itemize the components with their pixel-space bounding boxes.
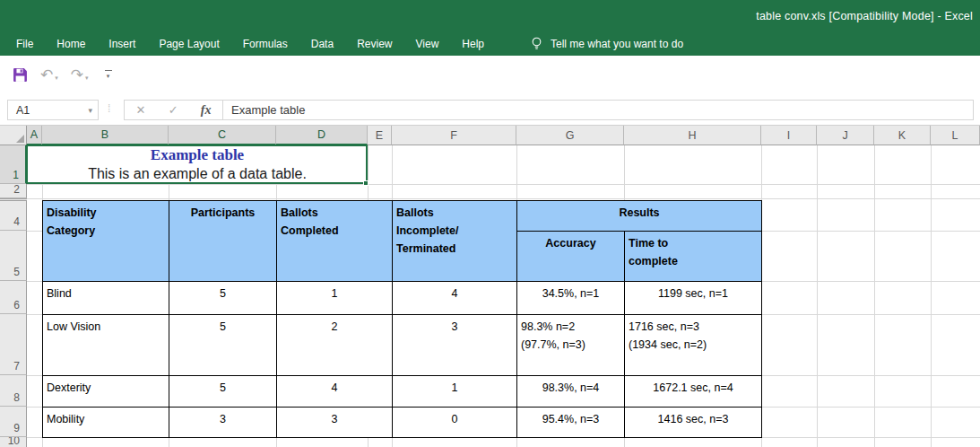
tab-home[interactable]: Home: [56, 38, 85, 50]
gridline: [817, 145, 818, 447]
row-header-10[interactable]: 10: [0, 437, 27, 447]
row-header-7[interactable]: 7: [0, 314, 27, 375]
row-header-6[interactable]: 6: [0, 281, 27, 314]
header-participants[interactable]: Participants: [169, 201, 277, 282]
column-header-d[interactable]: D: [276, 126, 368, 145]
header-ballots-incomplete[interactable]: Ballots Incomplete/ Terminated: [393, 201, 517, 282]
gridline: [27, 184, 980, 185]
column-header-i[interactable]: I: [761, 126, 817, 145]
formula-text: Example table: [231, 103, 305, 117]
tab-file[interactable]: File: [16, 38, 33, 50]
fill-handle[interactable]: [363, 180, 369, 186]
cell-dexterity-accuracy[interactable]: 98.3%, n=4: [517, 376, 625, 408]
tab-page-layout[interactable]: Page Layout: [159, 38, 219, 50]
row-header-5[interactable]: 5: [0, 231, 27, 281]
redo-button[interactable]: ↷ ▾: [67, 66, 92, 84]
cancel-icon[interactable]: ✕: [136, 103, 146, 117]
cell-blind-time[interactable]: 1199 sec, n=1: [625, 282, 762, 315]
column-header-b[interactable]: B: [42, 126, 169, 145]
row-header-2[interactable]: 2: [0, 184, 27, 198]
tab-data[interactable]: Data: [311, 38, 334, 50]
cell-mobility-time[interactable]: 1416 sec, n=3: [625, 408, 762, 438]
column-header-f[interactable]: F: [392, 126, 516, 145]
cell-dexterity-participants[interactable]: 5: [169, 376, 277, 408]
cell-mobility-completed[interactable]: 3: [277, 408, 393, 438]
cell-mobility-category[interactable]: Mobility: [43, 408, 169, 438]
titlebar: table conv.xls [Compatibility Mode] - Ex…: [0, 0, 980, 31]
redo-icon: ↷: [71, 68, 83, 83]
ribbon-tab-bar: File Home Insert Page Layout Formulas Da…: [0, 31, 980, 56]
formula-input[interactable]: Example table: [222, 100, 974, 120]
select-all-button[interactable]: [0, 126, 27, 145]
window-title: table conv.xls [Compatibility Mode] - Ex…: [756, 10, 980, 22]
tab-review[interactable]: Review: [357, 38, 392, 50]
undo-dropdown-icon[interactable]: ▾: [55, 74, 58, 83]
cell-mobility-incomplete[interactable]: 0: [393, 408, 517, 438]
quick-access-toolbar: ↶ ▾ ↷ ▾ ▾: [0, 56, 980, 94]
undo-icon: ↶: [40, 68, 53, 83]
column-header-g[interactable]: G: [516, 126, 624, 145]
column-header-e[interactable]: E: [368, 126, 392, 145]
cell-lowvision-participants[interactable]: 5: [169, 315, 277, 376]
cell-blind-category[interactable]: Blind: [43, 282, 169, 315]
cell-blind-accuracy[interactable]: 34.5%, n=1: [517, 282, 625, 315]
cell-lowvision-completed[interactable]: 2: [277, 315, 393, 376]
header-accuracy[interactable]: Accuracy: [517, 232, 625, 282]
cell-dexterity-incomplete[interactable]: 1: [393, 376, 517, 408]
cell-mobility-accuracy[interactable]: 95.4%, n=3: [517, 408, 625, 438]
column-header-h[interactable]: H: [624, 126, 761, 145]
cell-lowvision-incomplete[interactable]: 3: [393, 315, 517, 376]
tell-me-box[interactable]: Tell me what you want to do: [531, 37, 683, 50]
cell-mobility-participants[interactable]: 3: [169, 408, 277, 438]
name-box-value: A1: [16, 104, 30, 117]
column-header-c[interactable]: C: [169, 126, 276, 145]
redo-dropdown-icon[interactable]: ▾: [85, 74, 89, 83]
name-box[interactable]: A1 ▾: [7, 100, 99, 120]
sheet-subtitle-text: This is an example of a data table.: [88, 164, 307, 183]
row-header-1[interactable]: 1: [0, 145, 27, 184]
enter-icon[interactable]: ✓: [169, 103, 178, 117]
customize-qat-caret-icon: ▾: [107, 72, 110, 81]
save-button[interactable]: [9, 66, 31, 84]
column-header-j[interactable]: J: [817, 126, 874, 145]
cell-lowvision-accuracy[interactable]: 98.3% n=2 (97.7%, n=3): [517, 315, 625, 376]
column-header-a[interactable]: A: [27, 126, 42, 145]
merged-title-cell[interactable]: Example table This is an example of a da…: [27, 145, 368, 183]
header-results[interactable]: Results: [517, 201, 762, 232]
cell-dexterity-category[interactable]: Dexterity: [43, 376, 169, 408]
formula-bar-resizer[interactable]: ⁞: [108, 102, 110, 115]
column-header-l[interactable]: L: [931, 126, 980, 145]
cell-lowvision-category[interactable]: Low Vision: [43, 315, 169, 376]
tab-help[interactable]: Help: [462, 38, 484, 50]
header-disability-category[interactable]: Disability Category: [43, 201, 169, 282]
tab-formulas[interactable]: Formulas: [243, 38, 288, 50]
header-time-to-complete[interactable]: Time to complete: [625, 232, 762, 282]
insert-function-icon[interactable]: fx: [201, 103, 212, 118]
row-header-8[interactable]: 8: [0, 375, 27, 407]
cell-blind-participants[interactable]: 5: [169, 282, 277, 315]
row-header-4[interactable]: 4: [0, 201, 27, 231]
column-header-k[interactable]: K: [874, 126, 931, 145]
undo-button[interactable]: ↶ ▾: [37, 66, 62, 84]
cell-blind-completed[interactable]: 1: [277, 282, 393, 315]
select-all-triangle-icon: [16, 135, 24, 143]
cell-dexterity-time[interactable]: 1672.1 sec, n=4: [625, 376, 762, 408]
formula-buttons: ✕ ✓ fx: [124, 100, 222, 120]
tell-me-label: Tell me what you want to do: [551, 38, 683, 50]
gridline: [874, 145, 875, 447]
save-icon: [13, 67, 28, 83]
tab-insert[interactable]: Insert: [108, 38, 135, 50]
header-ballots-completed[interactable]: Ballots Completed: [277, 201, 393, 282]
cell-dexterity-completed[interactable]: 4: [277, 376, 393, 408]
cell-lowvision-time[interactable]: 1716 sec, n=3 (1934 sec, n=2): [625, 315, 762, 376]
tab-view[interactable]: View: [416, 38, 439, 50]
lightbulb-icon: [531, 37, 542, 50]
data-table: Disability Category Participants Ballots…: [42, 200, 762, 438]
cell-blind-incomplete[interactable]: 4: [393, 282, 517, 315]
gridline: [931, 145, 932, 447]
formula-bar: A1 ▾ ⁞ ✕ ✓ fx Example table: [0, 94, 980, 126]
row-header-9[interactable]: 9: [0, 407, 27, 437]
name-box-dropdown-icon[interactable]: ▾: [88, 106, 92, 115]
sheet-title-text: Example table: [151, 146, 244, 164]
customize-qat-button[interactable]: ▾: [105, 70, 112, 81]
